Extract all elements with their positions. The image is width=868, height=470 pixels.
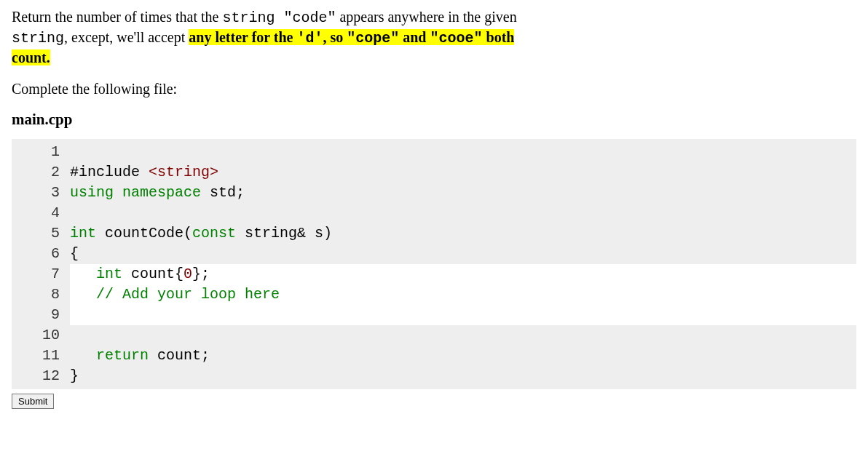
line-number: 3 xyxy=(12,183,70,203)
line-number: 4 xyxy=(12,203,70,223)
code-line[interactable]: 7 int count{0}; xyxy=(12,264,856,284)
code-content[interactable] xyxy=(70,305,856,325)
code-content: #include <string> xyxy=(70,162,856,183)
code-line: 1 xyxy=(12,142,856,162)
code-line[interactable]: 9 xyxy=(12,305,856,325)
code-line: 2#include <string> xyxy=(12,162,856,183)
problem-statement: Return the number of times that the stri… xyxy=(12,7,856,68)
code-line[interactable]: 8 // Add your loop here xyxy=(12,284,856,305)
line-number: 8 xyxy=(12,284,70,305)
highlight: any letter for the 'd', so "cope" and "c… xyxy=(189,29,514,45)
line-number: 10 xyxy=(12,325,70,346)
code-content: { xyxy=(70,244,856,264)
line-number: 1 xyxy=(12,142,70,162)
code-content xyxy=(70,142,856,162)
code-line: 4 xyxy=(12,203,856,223)
line-number: 11 xyxy=(12,346,70,366)
line-number: 2 xyxy=(12,162,70,183)
code-editor[interactable]: 1 2#include <string>3using namespace std… xyxy=(12,139,856,389)
code-line: 5int countCode(const string& s) xyxy=(12,223,856,244)
highlight: count. xyxy=(12,49,50,65)
filename-heading: main.cpp xyxy=(12,111,856,129)
line-number: 6 xyxy=(12,244,70,264)
code-line: 11 return count; xyxy=(12,346,856,366)
code-content xyxy=(70,325,856,346)
line-number: 9 xyxy=(12,305,70,325)
text: Return the number of times that the xyxy=(12,9,222,25)
code-content: using namespace std; xyxy=(70,183,856,203)
code-content: } xyxy=(70,366,856,386)
submit-button[interactable]: Submit xyxy=(12,394,54,409)
line-number: 7 xyxy=(12,264,70,284)
code-line: 12} xyxy=(12,366,856,386)
code-content[interactable]: // Add your loop here xyxy=(70,284,856,305)
code-line: 10 xyxy=(12,325,856,346)
text: , except, we'll accept xyxy=(64,29,189,45)
code-text: string "code" xyxy=(222,9,336,26)
line-number: 5 xyxy=(12,223,70,244)
code-content: int countCode(const string& s) xyxy=(70,223,856,244)
line-number: 12 xyxy=(12,366,70,386)
code-line: 6{ xyxy=(12,244,856,264)
text: appears anywhere in the given xyxy=(336,9,516,25)
code-content: return count; xyxy=(70,346,856,366)
instruction-text: Complete the following file: xyxy=(12,81,856,97)
code-content xyxy=(70,203,856,223)
code-text: string xyxy=(12,30,64,47)
code-content[interactable]: int count{0}; xyxy=(70,264,856,284)
code-line: 3using namespace std; xyxy=(12,183,856,203)
